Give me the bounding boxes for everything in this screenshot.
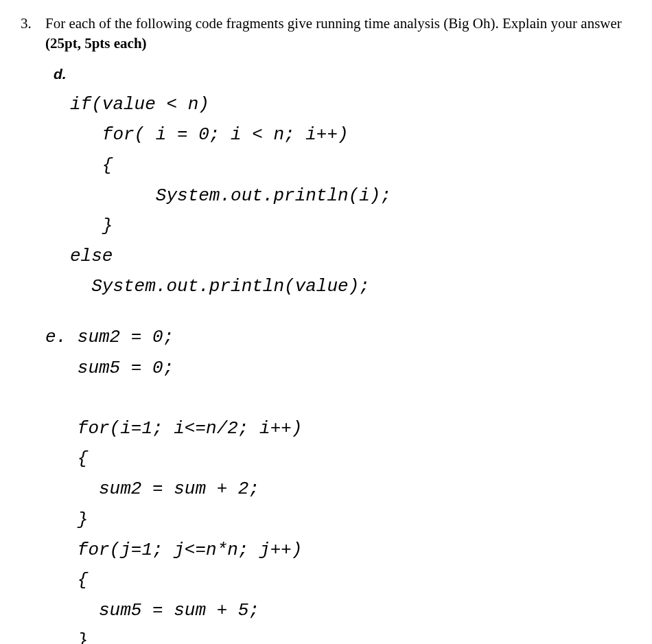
part-d-code: if(value < n) for( i = 0; i < n; i++) { … [70, 89, 631, 301]
question-points: (25pt, 5pts each) [45, 35, 147, 51]
question-text-main: For each of the following code fragments… [45, 15, 622, 32]
question-number: 3. [21, 14, 45, 34]
part-e-code: e. sum2 = 0; sum5 = 0; for(i=1; i<=n/2; … [45, 322, 631, 644]
question-text: For each of the following code fragments… [45, 14, 631, 54]
part-d-label: d. [54, 64, 631, 84]
question-header: 3. For each of the following code fragme… [21, 14, 631, 54]
